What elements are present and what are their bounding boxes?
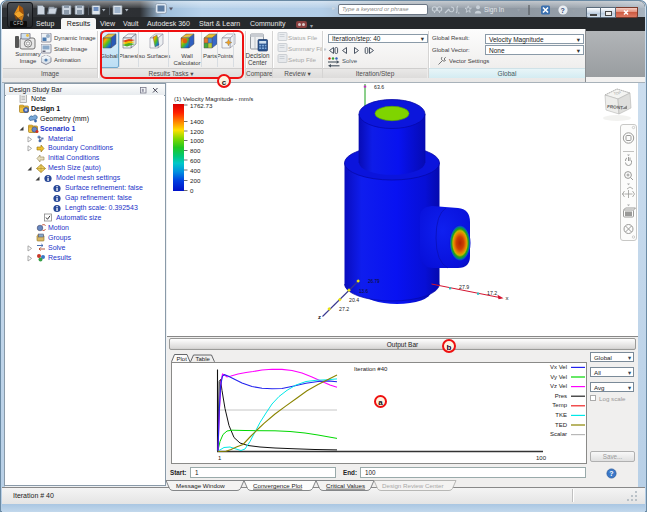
svg-text:Table: Table	[196, 356, 211, 362]
svg-text:x: x	[506, 295, 509, 301]
svg-text:?: ?	[609, 470, 613, 477]
svg-text:Convergence Plot: Convergence Plot	[253, 482, 302, 489]
svg-text:Plot: Plot	[177, 356, 188, 362]
svg-text:27.9: 27.9	[459, 284, 469, 290]
svg-text:26.79: 26.79	[368, 279, 380, 284]
svg-text:13.6: 13.6	[359, 289, 368, 294]
svg-text:20.4: 20.4	[349, 297, 359, 303]
svg-text:17.2: 17.2	[487, 290, 497, 296]
svg-text:Design Review Center: Design Review Center	[382, 482, 444, 489]
svg-text:1: 1	[218, 455, 222, 461]
svg-text:Sign In: Sign In	[484, 6, 505, 14]
svg-text:Critical Values: Critical Values	[326, 482, 365, 489]
svg-text:?: ?	[561, 7, 565, 14]
svg-text:▾: ▾	[310, 23, 313, 29]
svg-text:Iteration #40: Iteration #40	[354, 365, 388, 371]
svg-text:100: 100	[536, 455, 547, 461]
svg-text:63.6: 63.6	[374, 84, 384, 90]
svg-text:27.2: 27.2	[339, 306, 349, 312]
svg-text:▾: ▾	[572, 8, 575, 14]
svg-text:z: z	[318, 314, 321, 320]
svg-text:▾: ▾	[517, 7, 520, 13]
svg-text:Message Window: Message Window	[176, 482, 225, 489]
